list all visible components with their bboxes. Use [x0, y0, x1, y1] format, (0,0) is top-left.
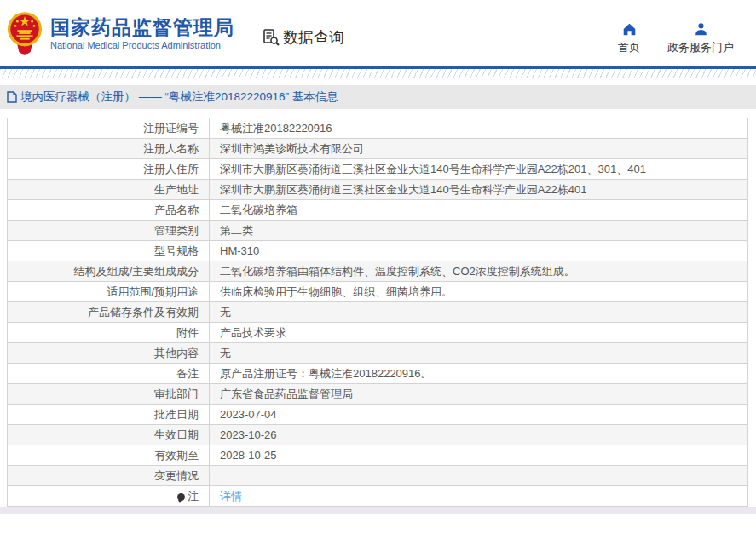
table-row: 管理类别第二类 — [8, 221, 748, 241]
stripe-band — [0, 69, 756, 78]
detail-link[interactable]: 详情 — [220, 490, 242, 502]
field-label: 注册人名称 — [8, 139, 210, 159]
table-row: 产品名称二氧化碳培养箱 — [8, 200, 748, 221]
field-label: 审批部门 — [8, 384, 210, 405]
table-row: 附件产品技术要求 — [8, 323, 748, 343]
field-value: 2023-07-04 — [210, 405, 748, 425]
field-value — [210, 466, 748, 486]
table-row: 批准日期2023-07-04 — [8, 405, 748, 425]
nav-item-portal[interactable]: 政务服务门户 — [667, 22, 734, 55]
field-label: 产品储存条件及有效期 — [8, 302, 210, 323]
home-icon — [622, 22, 637, 37]
table-row: 有效期至2028-10-25 — [8, 445, 748, 466]
field-label: 注册证编号 — [8, 118, 210, 139]
field-label: 生产地址 — [8, 180, 210, 200]
table-row: 注详情 — [8, 486, 748, 507]
field-value: 二氧化碳培养箱 — [210, 200, 748, 221]
data-query-icon — [262, 28, 280, 47]
field-label: 管理类别 — [8, 221, 210, 241]
table-row: 注册人名称深圳市鸿美诊断技术有限公司 — [8, 139, 748, 159]
document-icon — [7, 91, 17, 103]
breadcrumb: 境内医疗器械（注册） —— “粤械注准20182220916” 基本信息 — [0, 85, 756, 109]
field-label: 结构及组成/主要组成成分 — [8, 261, 210, 282]
footer-strip — [0, 507, 756, 514]
table-row: 型号规格HM-310 — [8, 241, 748, 261]
field-value: 原产品注册证号：粤械注准20182220916。 — [210, 364, 748, 384]
field-value: 无 — [210, 343, 748, 364]
table-row: 生效日期2023-10-26 — [8, 425, 748, 445]
breadcrumb-text: 境内医疗器械（注册） —— “粤械注准20182220916” 基本信息 — [20, 89, 338, 105]
table-row: 生产地址深圳市大鹏新区葵涌街道三溪社区金业大道140号生命科学产业园A22栋40… — [8, 180, 748, 200]
field-label: 附件 — [8, 323, 210, 343]
table-row: 适用范围/预期用途供临床检验用于生物细胞、组织、细菌培养用。 — [8, 282, 748, 302]
data-query-entry[interactable]: 数据查询 — [262, 27, 344, 48]
field-value: 详情 — [210, 486, 748, 507]
field-value: 深圳市鸿美诊断技术有限公司 — [210, 139, 748, 159]
user-icon — [694, 22, 708, 37]
field-label: 注册人住所 — [8, 159, 210, 180]
field-label: 适用范围/预期用途 — [8, 282, 210, 302]
field-value: HM-310 — [210, 241, 748, 261]
page-header: 国家药品监督管理局 National Medical Products Admi… — [0, 0, 756, 66]
table-row: 产品储存条件及有效期无 — [8, 302, 748, 323]
table-row: 备注原产品注册证号：粤械注准20182220916。 — [8, 364, 748, 384]
nav-label-portal: 政务服务门户 — [667, 40, 734, 55]
info-table-body: 注册证编号粤械注准20182220916注册人名称深圳市鸿美诊断技术有限公司注册… — [8, 118, 748, 507]
site-name-en: National Medical Products Administration — [50, 40, 234, 50]
national-emblem-icon — [7, 9, 43, 58]
data-query-label: 数据查询 — [283, 27, 344, 48]
field-value: 深圳市大鹏新区葵涌街道三溪社区金业大道140号生命科学产业园A22栋401 — [210, 180, 748, 200]
field-value: 产品技术要求 — [210, 323, 748, 343]
site-name-zh: 国家药品监督管理局 — [50, 16, 234, 38]
table-row: 注册证编号粤械注准20182220916 — [8, 118, 748, 139]
field-label: 生效日期 — [8, 425, 210, 445]
field-value: 粤械注准20182220916 — [210, 118, 748, 139]
field-value: 2023-10-26 — [210, 425, 748, 445]
field-label: 注 — [8, 486, 210, 507]
field-label: 产品名称 — [8, 200, 210, 221]
field-label: 有效期至 — [8, 445, 210, 466]
field-value: 二氧化碳培养箱由箱体结构件、温度控制系统、CO2浓度控制系统组成。 — [210, 261, 748, 282]
table-row: 其他内容无 — [8, 343, 748, 364]
top-nav: 首页 政务服务门户 — [618, 22, 734, 55]
field-value: 2028-10-25 — [210, 445, 748, 466]
table-row: 注册人住所深圳市大鹏新区葵涌街道三溪社区金业大道140号生命科学产业园A22栋2… — [8, 159, 748, 180]
field-value: 广东省食品药品监督管理局 — [210, 384, 748, 405]
field-value: 供临床检验用于生物细胞、组织、细菌培养用。 — [210, 282, 748, 302]
table-row: 变更情况 — [8, 466, 748, 486]
site-title-block: 国家药品监督管理局 National Medical Products Admi… — [50, 16, 234, 50]
table-row: 结构及组成/主要组成成分二氧化碳培养箱由箱体结构件、温度控制系统、CO2浓度控制… — [8, 261, 748, 282]
field-label: 其他内容 — [8, 343, 210, 364]
nav-item-home[interactable]: 首页 — [618, 22, 640, 55]
field-label: 备注 — [8, 364, 210, 384]
field-label: 型号规格 — [8, 241, 210, 261]
field-value: 深圳市大鹏新区葵涌街道三溪社区金业大道140号生命科学产业园A22栋201、30… — [210, 159, 748, 180]
field-value: 无 — [210, 302, 748, 323]
nav-label-home: 首页 — [618, 40, 640, 55]
field-value: 第二类 — [210, 221, 748, 241]
field-label: 批准日期 — [8, 405, 210, 425]
registration-info-table: 注册证编号粤械注准20182220916注册人名称深圳市鸿美诊断技术有限公司注册… — [7, 118, 748, 507]
field-label: 变更情况 — [8, 466, 210, 486]
note-balloon-icon — [177, 493, 185, 501]
table-row: 审批部门广东省食品药品监督管理局 — [8, 384, 748, 405]
